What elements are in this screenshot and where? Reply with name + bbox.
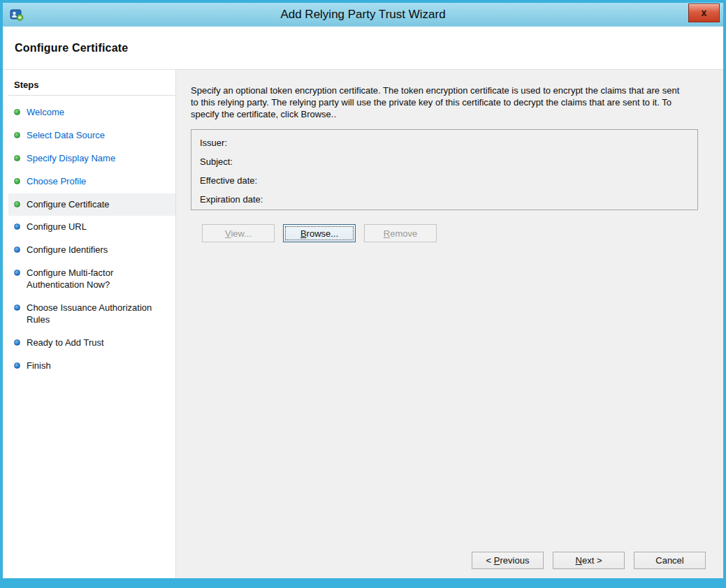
step-done-dot-icon [14,178,20,184]
step-label: Select Data Source [27,130,105,142]
step-pending-dot-icon [14,304,20,311]
steps-sidebar: Steps Welcome Select Data Source Specify… [3,70,176,578]
step-item-specify-display-name[interactable]: Specify Display Name [8,147,175,170]
step-done-dot-icon [14,155,20,161]
step-label: Configure URL [27,221,87,233]
previous-button[interactable]: < Previous [472,552,544,569]
step-pending-dot-icon [14,247,20,253]
step-pending-dot-icon [14,362,20,369]
steps-heading: Steps [8,80,175,96]
wizard-body: Steps Welcome Select Data Source Specify… [3,70,723,578]
remove-button[interactable]: Remove [364,224,437,242]
view-button[interactable]: View... [202,224,275,242]
step-label: Specify Display Name [27,153,115,165]
step-item-configure-url: Configure URL [8,216,175,239]
window-title: Add Relying Party Trust Wizard [3,3,723,27]
wizard-navigation: < Previous Next > Cancel [472,552,706,569]
certificate-expiration-date-label: Expiration date: [200,194,689,213]
wizard-page-header: Configure Certificate [3,27,723,70]
step-item-choose-profile[interactable]: Choose Profile [8,170,175,193]
certificate-effective-date-label: Effective date: [200,175,689,194]
steps-list: Welcome Select Data Source Specify Displ… [14,101,168,378]
wizard-app-icon [10,8,24,22]
certificate-subject-label: Subject: [200,156,689,175]
step-label: Configure Multi-factor Authentication No… [27,267,171,291]
wizard-window: Add Relying Party Trust Wizard x Configu… [0,0,726,588]
step-pending-dot-icon [14,270,20,276]
step-pending-dot-icon [14,339,20,346]
close-button[interactable]: x [688,3,720,22]
main-panel: Specify an optional token encryption cer… [176,70,723,578]
step-label: Configure Identifiers [27,244,108,256]
step-label: Choose Issuance Authorization Rules [27,302,171,326]
step-label: Ready to Add Trust [27,337,104,349]
page-title: Configure Certificate [15,42,128,54]
certificate-actions: View... Browse... Remove [202,224,698,242]
step-item-welcome[interactable]: Welcome [8,101,175,124]
step-label: Welcome [27,107,64,119]
step-item-choose-issuance-rules: Choose Issuance Authorization Rules [8,297,175,332]
step-item-finish: Finish [8,355,175,378]
browse-button[interactable]: Browse... [283,224,356,242]
instructions-text: Specify an optional token encryption cer… [191,84,680,120]
step-item-select-data-source[interactable]: Select Data Source [8,124,175,147]
title-bar[interactable]: Add Relying Party Trust Wizard x [3,3,723,27]
step-label: Configure Certificate [27,199,110,211]
step-item-configure-mfa: Configure Multi-factor Authentication No… [8,262,175,297]
step-done-dot-icon [14,109,20,115]
step-item-configure-certificate: Configure Certificate [8,193,175,216]
step-done-dot-icon [14,132,20,138]
cancel-button[interactable]: Cancel [634,552,706,569]
step-label: Choose Profile [27,176,86,188]
step-item-configure-identifiers: Configure Identifiers [8,239,175,262]
step-current-dot-icon [14,201,20,207]
next-button[interactable]: Next > [553,552,625,569]
step-pending-dot-icon [14,223,20,230]
certificate-issuer-label: Issuer: [200,138,689,156]
certificate-details-box: Issuer: Subject: Effective date: Expirat… [191,129,698,210]
step-item-ready-to-add-trust: Ready to Add Trust [8,332,175,355]
step-label: Finish [27,360,51,372]
